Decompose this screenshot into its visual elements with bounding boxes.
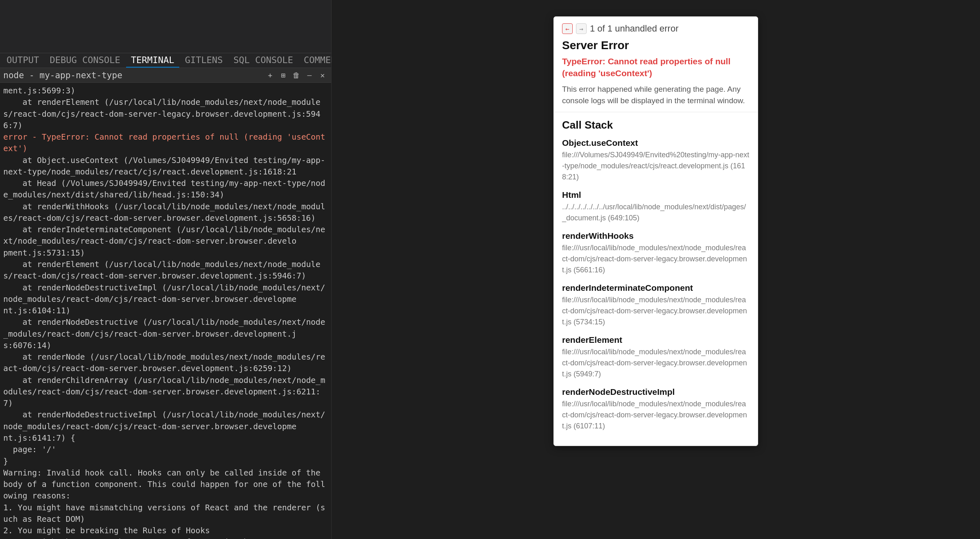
terminal-toolbar: node - my-app-next-type + ⊞ 🗑 — ✕ [0, 68, 331, 83]
frame-path: file:///usr/local/lib/node_modules/next/… [562, 242, 750, 276]
frame-name: renderIndeterminateComponent [562, 283, 750, 293]
error-nav: ← → 1 of 1 unhandled error [562, 23, 750, 34]
frame-path: file:///usr/local/lib/node_modules/next/… [562, 346, 750, 380]
terminal-line: s:6076:14) [3, 340, 328, 351]
error-count: 1 of 1 unhandled error [590, 23, 679, 34]
terminal-line: at renderNode (/usr/local/lib/node_modul… [3, 351, 328, 375]
frame-path: file:///Volumes/SJ049949/Envited%20testi… [562, 149, 750, 183]
terminal-line: at renderWithHooks (/usr/local/lib/node_… [3, 201, 328, 224]
error-panel: ← → 1 of 1 unhandled error Server Error … [332, 0, 980, 539]
frame-path: file:///usr/local/lib/node_modules/next/… [562, 294, 750, 328]
frame-path: file:///usr/local/lib/node_modules/next/… [562, 399, 750, 432]
terminal-line: } [3, 456, 328, 467]
stack-frame: renderWithHooksfile:///usr/local/lib/nod… [562, 231, 750, 276]
split-terminal-icon[interactable]: ⊞ [278, 70, 289, 81]
error-prev-button[interactable]: ← [562, 23, 573, 34]
error-card: ← → 1 of 1 unhandled error Server Error … [553, 16, 758, 446]
stack-frames: Object.useContextfile:///Volumes/SJ04994… [562, 138, 750, 432]
frame-name: renderNodeDestructiveImpl [562, 387, 750, 397]
tab-terminal[interactable]: TERMINAL [126, 53, 179, 68]
error-description: This error happened while generating the… [562, 84, 750, 107]
terminal-line: 1. You might have mismatching versions o… [3, 502, 328, 525]
terminal-line: at renderIndeterminateComponent (/usr/lo… [3, 224, 328, 247]
add-terminal-icon[interactable]: + [265, 70, 275, 81]
minimize-icon[interactable]: — [304, 70, 315, 81]
frame-name: renderElement [562, 335, 750, 345]
call-stack-section: Call Stack Object.useContextfile:///Volu… [554, 112, 758, 446]
frame-name: renderWithHooks [562, 231, 750, 241]
error-card-header: ← → 1 of 1 unhandled error Server Error … [554, 17, 758, 112]
tab-debug-console[interactable]: DEBUG CONSOLE [45, 53, 125, 68]
stack-frame: Object.useContextfile:///Volumes/SJ04994… [562, 138, 750, 183]
terminal-line: 3. You might have more than one copy of … [3, 537, 328, 539]
tab-gitlens[interactable]: GITLENS [180, 53, 228, 68]
error-next-button[interactable]: → [576, 23, 587, 34]
terminal-line: at renderChildrenArray (/usr/local/lib/n… [3, 375, 328, 410]
stack-frame: renderIndeterminateComponentfile:///usr/… [562, 283, 750, 328]
terminal-content[interactable]: ment.js:5699:3) at renderElement (/usr/l… [0, 83, 331, 539]
terminal-line: at Object.useContext (/Volumes/SJ049949/… [3, 155, 328, 178]
terminal-line: at renderElement (/usr/local/lib/node_mo… [3, 259, 328, 282]
terminal-line: error - TypeError: Cannot read propertie… [3, 131, 328, 155]
stack-frame: renderElementfile:///usr/local/lib/node_… [562, 335, 750, 380]
terminal-line: at renderNodeDestructive (/usr/local/lib… [3, 317, 328, 340]
terminal-label: node - my-app-next-type [3, 70, 262, 80]
error-type: TypeError: Cannot read properties of nul… [562, 55, 750, 79]
trash-icon[interactable]: 🗑 [291, 70, 302, 81]
terminal-line: at Head (/Volumes/SJ049949/Envited testi… [3, 178, 328, 201]
tab-bar: OUTPUTDEBUG CONSOLETERMINALGITLENSSQL CO… [0, 53, 331, 68]
tab-sql-console[interactable]: SQL CONSOLE [228, 53, 298, 68]
terminal-line: ment.js:5699:3) [3, 85, 328, 97]
terminal-line: at renderElement (/usr/local/lib/node_mo… [3, 97, 328, 131]
frame-name: Html [562, 190, 750, 200]
terminal-line: nt.js:6141:7) { [3, 433, 328, 444]
terminal-line: page: '/' [3, 444, 328, 455]
terminal-line: nt.js:6104:11) [3, 305, 328, 317]
terminal-line: Warning: Invalid hook call. Hooks can on… [3, 467, 328, 502]
error-title: Server Error [562, 39, 750, 52]
stack-frame: Html../../../../../../../usr/local/lib/n… [562, 190, 750, 224]
terminal-panel: OUTPUTDEBUG CONSOLETERMINALGITLENSSQL CO… [0, 0, 332, 539]
terminal-line: pment.js:5731:15) [3, 247, 328, 259]
frame-name: Object.useContext [562, 138, 750, 148]
frame-path: ../../../../../../../usr/local/lib/node_… [562, 202, 750, 224]
call-stack-title: Call Stack [562, 119, 750, 131]
tab-output[interactable]: OUTPUT [2, 53, 44, 68]
close-icon[interactable]: ✕ [317, 70, 328, 81]
terminal-line: 2. You might be breaking the Rules of Ho… [3, 525, 328, 537]
terminal-line: at renderNodeDestructiveImpl (/usr/local… [3, 409, 328, 433]
terminal-line: at renderNodeDestructiveImpl (/usr/local… [3, 282, 328, 306]
stack-frame: renderNodeDestructiveImplfile:///usr/loc… [562, 387, 750, 432]
app-chrome [0, 0, 331, 53]
